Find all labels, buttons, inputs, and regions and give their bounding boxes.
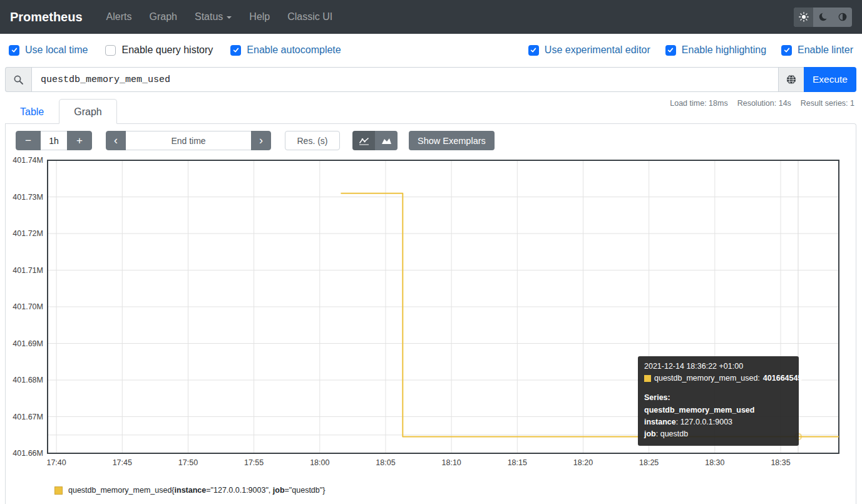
- use-local-time-checkbox[interactable]: [9, 45, 19, 56]
- svg-text:401.66M: 401.66M: [13, 449, 43, 458]
- theme-toggle-group: [794, 8, 852, 27]
- svg-text:17:55: 17:55: [244, 458, 264, 467]
- svg-text:17:40: 17:40: [46, 458, 66, 467]
- graph-controls: − + ‹ ›: [16, 131, 495, 150]
- check-icon: [783, 46, 791, 54]
- range-input[interactable]: [41, 131, 67, 150]
- enable-autocomplete-checkbox[interactable]: [230, 45, 241, 56]
- enable-highlighting-checkbox[interactable]: [665, 45, 676, 56]
- search-icon: [13, 75, 24, 85]
- svg-text:18:05: 18:05: [376, 458, 395, 467]
- query-stats: Load time: 18ms Resolution: 14s Result s…: [670, 99, 854, 108]
- time-forward-button[interactable]: ›: [251, 131, 271, 150]
- svg-text:18:00: 18:00: [310, 458, 329, 467]
- dark-theme-button[interactable]: [813, 8, 833, 27]
- circle-half-icon: [838, 12, 848, 22]
- check-icon: [530, 46, 537, 54]
- series-color-swatch: [644, 375, 651, 382]
- series-color-swatch: [54, 486, 63, 495]
- moon-icon: [818, 12, 828, 22]
- svg-text:18:15: 18:15: [508, 458, 527, 467]
- enable-query-history-checkbox[interactable]: [105, 45, 116, 56]
- tab-graph[interactable]: Graph: [59, 99, 116, 124]
- resolution-stat: Resolution: 14s: [737, 99, 791, 108]
- load-time-stat: Load time: 18ms: [670, 99, 727, 108]
- query-row: Execute: [5, 67, 856, 92]
- setting-label: Enable autocomplete: [247, 44, 341, 56]
- setting-label: Enable linter: [798, 44, 853, 56]
- nav-item-alerts[interactable]: Alerts: [98, 11, 141, 23]
- line-chart-toggle-button[interactable]: [352, 131, 375, 150]
- increase-range-button[interactable]: +: [67, 131, 92, 150]
- check-icon: [232, 46, 240, 54]
- check-icon: [667, 46, 674, 54]
- show-exemplars-button[interactable]: Show Exemplars: [409, 131, 495, 150]
- tab-table[interactable]: Table: [5, 99, 59, 124]
- tooltip-timestamp: 2021-12-14 18:36:22 +01:00: [644, 361, 793, 373]
- svg-text:401.67M: 401.67M: [13, 413, 43, 421]
- settings-group-right: Use experimental editor Enable highlight…: [528, 44, 853, 56]
- tooltip-metric-row: questdb_memory_mem_used: 401664545: [644, 373, 793, 384]
- end-time-input[interactable]: [126, 131, 251, 150]
- svg-text:401.69M: 401.69M: [13, 339, 43, 348]
- svg-text:18:10: 18:10: [442, 458, 461, 467]
- query-expression-input[interactable]: [31, 67, 779, 92]
- tooltip-instance-label: instance: 127.0.0.1:9003: [644, 416, 793, 428]
- tooltip-job-label: job: questdb: [644, 428, 793, 440]
- tooltip-metric-name: questdb_memory_mem_used:: [654, 373, 760, 384]
- tooltip-series-name: questdb_memory_mem_used: [644, 404, 793, 416]
- tooltip-series-heading: Series:: [644, 392, 793, 404]
- result-tabs: Table Graph: [5, 99, 117, 124]
- resolution-input[interactable]: [285, 131, 340, 150]
- use-experimental-editor-checkbox[interactable]: [528, 45, 539, 56]
- setting-label: Enable query history: [121, 44, 213, 56]
- navbar: Prometheus Alerts Graph Status Help Clas…: [0, 0, 862, 34]
- svg-text:17:50: 17:50: [178, 458, 198, 467]
- chevron-down-icon: [227, 16, 232, 19]
- chart-type-toggle: [352, 131, 398, 150]
- execute-button[interactable]: Execute: [804, 67, 856, 92]
- nav-item-help[interactable]: Help: [240, 11, 279, 23]
- area-chart-icon: [381, 136, 392, 145]
- nav-item-graph[interactable]: Graph: [141, 11, 186, 23]
- enable-linter-checkbox[interactable]: [781, 45, 792, 56]
- enable-highlighting-setting[interactable]: Enable highlighting: [665, 44, 766, 56]
- graph-tooltip: 2021-12-14 18:36:22 +01:00 questdb_memor…: [638, 356, 799, 446]
- prometheus-app: Prometheus Alerts Graph Status Help Clas…: [0, 0, 862, 504]
- search-addon: [5, 67, 31, 92]
- enable-autocomplete-setting[interactable]: Enable autocomplete: [230, 44, 341, 56]
- svg-text:401.68M: 401.68M: [13, 376, 43, 384]
- light-theme-button[interactable]: [794, 8, 813, 27]
- nav-item-status-dropdown[interactable]: Status: [186, 11, 240, 23]
- use-local-time-setting[interactable]: Use local time: [9, 44, 88, 56]
- decrease-range-button[interactable]: −: [16, 131, 41, 150]
- result-series-stat: Result series: 1: [801, 99, 854, 108]
- sun-icon: [799, 12, 809, 22]
- svg-text:18:25: 18:25: [639, 458, 659, 467]
- line-chart-icon: [359, 136, 369, 145]
- svg-text:401.71M: 401.71M: [13, 266, 43, 275]
- use-experimental-editor-setting[interactable]: Use experimental editor: [528, 44, 650, 56]
- setting-label: Use experimental editor: [545, 44, 650, 56]
- setting-label: Enable highlighting: [682, 44, 766, 56]
- nav-item-classic-ui[interactable]: Classic UI: [279, 11, 341, 23]
- svg-text:401.72M: 401.72M: [13, 229, 43, 238]
- graph-panel: − + ‹ ›: [5, 123, 856, 504]
- svg-text:401.73M: 401.73M: [13, 193, 43, 202]
- enable-linter-setting[interactable]: Enable linter: [781, 44, 853, 56]
- auto-theme-button[interactable]: [833, 8, 852, 27]
- check-icon: [11, 46, 18, 54]
- series-legend-item[interactable]: questdb_memory_mem_used{instance="127.0.…: [54, 486, 325, 495]
- time-back-button[interactable]: ‹: [106, 131, 126, 150]
- stacked-chart-toggle-button[interactable]: [375, 131, 398, 150]
- tooltip-metric-value: 401664545: [763, 373, 803, 384]
- legend-label: questdb_memory_mem_used{instance="127.0.…: [68, 486, 325, 495]
- svg-text:18:30: 18:30: [705, 458, 724, 467]
- end-time-control-group: ‹ ›: [106, 131, 271, 150]
- metrics-explorer-button[interactable]: [779, 67, 804, 92]
- app-brand[interactable]: Prometheus: [10, 10, 83, 24]
- svg-text:17:45: 17:45: [113, 458, 132, 467]
- svg-text:401.70M: 401.70M: [13, 302, 43, 311]
- enable-query-history-setting[interactable]: Enable query history: [105, 44, 213, 56]
- setting-label: Use local time: [25, 44, 88, 56]
